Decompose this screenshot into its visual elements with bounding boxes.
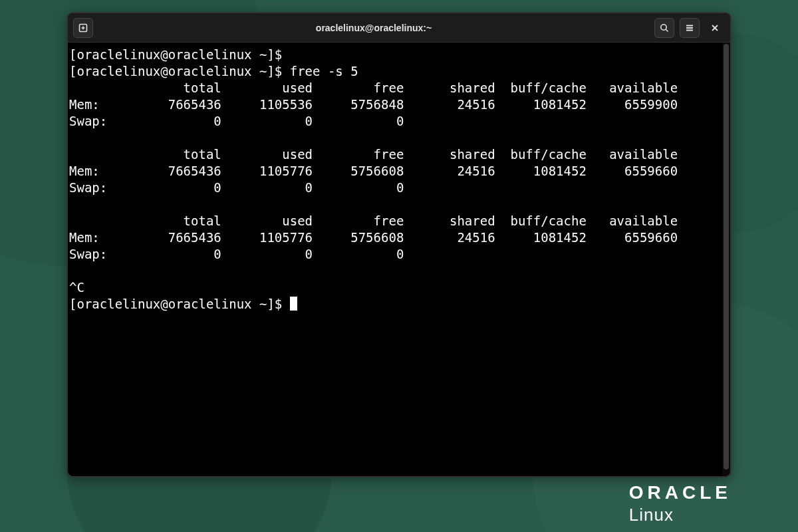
- terminal-line: [oraclelinux@oraclelinux ~]$: [69, 47, 290, 62]
- terminal-line: [oraclelinux@oraclelinux ~]$ free -s 5: [69, 64, 358, 78]
- terminal-line: total used free shared buff/cache availa…: [69, 80, 678, 95]
- cursor: [290, 297, 297, 311]
- search-icon: [659, 23, 670, 33]
- close-button[interactable]: [705, 18, 725, 38]
- new-tab-icon: [78, 23, 88, 33]
- new-tab-button[interactable]: [73, 18, 93, 38]
- desktop-brand: ORACLE Linux: [629, 482, 732, 525]
- terminal-line: Mem: 7665436 1105776 5756608 24516 10814…: [69, 164, 678, 178]
- close-icon: [710, 23, 720, 33]
- brand-linux: Linux: [629, 505, 732, 525]
- terminal-window: oraclelinux@oraclelinux:~ [oraclelinux@o…: [66, 12, 732, 477]
- terminal-line: [oraclelinux@oraclelinux ~]$: [69, 297, 290, 311]
- titlebar: oraclelinux@oraclelinux:~: [68, 13, 730, 43]
- terminal-line: Mem: 7665436 1105776 5756608 24516 10814…: [69, 230, 678, 245]
- terminal-line: Swap: 0 0 0: [69, 114, 404, 128]
- terminal-line: Swap: 0 0 0: [69, 247, 404, 261]
- svg-line-4: [666, 29, 668, 31]
- search-button[interactable]: [654, 18, 674, 38]
- terminal-line: Swap: 0 0 0: [69, 180, 404, 195]
- menu-button[interactable]: [680, 18, 700, 38]
- terminal-line: total used free shared buff/cache availa…: [69, 147, 678, 162]
- terminal-line: ^C: [69, 280, 84, 295]
- terminal-line: Mem: 7665436 1105536 5756848 24516 10814…: [69, 97, 678, 112]
- scrollbar-thumb[interactable]: [724, 44, 729, 469]
- scrollbar-track[interactable]: [722, 43, 730, 476]
- brand-oracle-text: ORACLE: [629, 482, 732, 503]
- terminal-body: [oraclelinux@oraclelinux ~]$ [oraclelinu…: [68, 43, 730, 476]
- window-title: oraclelinux@oraclelinux:~: [98, 23, 649, 33]
- terminal-content[interactable]: [oraclelinux@oraclelinux ~]$ [oraclelinu…: [68, 43, 722, 476]
- brand-oracle: ORACLE: [629, 482, 732, 503]
- terminal-line: total used free shared buff/cache availa…: [69, 213, 678, 228]
- hamburger-icon: [684, 23, 695, 33]
- svg-point-3: [661, 24, 666, 29]
